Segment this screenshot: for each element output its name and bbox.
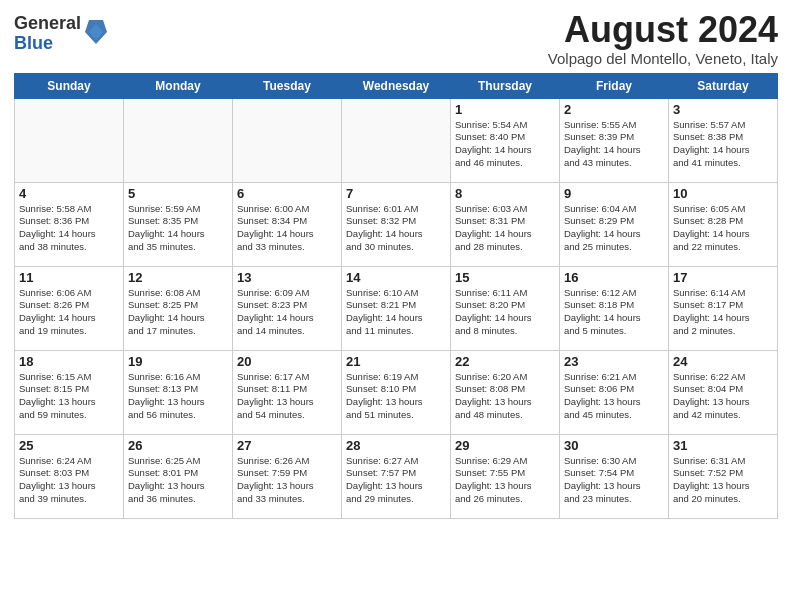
cal-cell: 4Sunrise: 5:58 AM Sunset: 8:36 PM Daylig…	[15, 182, 124, 266]
cal-cell: 21Sunrise: 6:19 AM Sunset: 8:10 PM Dayli…	[342, 350, 451, 434]
day-number: 9	[564, 186, 664, 201]
cal-cell: 19Sunrise: 6:16 AM Sunset: 8:13 PM Dayli…	[124, 350, 233, 434]
cell-info: Sunrise: 5:58 AM Sunset: 8:36 PM Dayligh…	[19, 203, 119, 254]
day-number: 27	[237, 438, 337, 453]
cal-cell: 14Sunrise: 6:10 AM Sunset: 8:21 PM Dayli…	[342, 266, 451, 350]
cal-cell: 25Sunrise: 6:24 AM Sunset: 8:03 PM Dayli…	[15, 434, 124, 518]
cell-info: Sunrise: 6:27 AM Sunset: 7:57 PM Dayligh…	[346, 455, 446, 506]
week-row-5: 25Sunrise: 6:24 AM Sunset: 8:03 PM Dayli…	[15, 434, 778, 518]
cal-cell	[233, 98, 342, 182]
cell-info: Sunrise: 6:09 AM Sunset: 8:23 PM Dayligh…	[237, 287, 337, 338]
day-number: 24	[673, 354, 773, 369]
cal-cell: 10Sunrise: 6:05 AM Sunset: 8:28 PM Dayli…	[669, 182, 778, 266]
cal-cell	[342, 98, 451, 182]
cell-info: Sunrise: 6:26 AM Sunset: 7:59 PM Dayligh…	[237, 455, 337, 506]
cal-cell: 30Sunrise: 6:30 AM Sunset: 7:54 PM Dayli…	[560, 434, 669, 518]
cal-cell: 18Sunrise: 6:15 AM Sunset: 8:15 PM Dayli…	[15, 350, 124, 434]
cell-info: Sunrise: 6:19 AM Sunset: 8:10 PM Dayligh…	[346, 371, 446, 422]
day-number: 26	[128, 438, 228, 453]
day-number: 23	[564, 354, 664, 369]
cal-cell	[15, 98, 124, 182]
week-row-4: 18Sunrise: 6:15 AM Sunset: 8:15 PM Dayli…	[15, 350, 778, 434]
cal-cell: 26Sunrise: 6:25 AM Sunset: 8:01 PM Dayli…	[124, 434, 233, 518]
day-number: 8	[455, 186, 555, 201]
logo-blue: Blue	[14, 34, 81, 54]
cal-cell: 1Sunrise: 5:54 AM Sunset: 8:40 PM Daylig…	[451, 98, 560, 182]
cell-info: Sunrise: 5:54 AM Sunset: 8:40 PM Dayligh…	[455, 119, 555, 170]
day-number: 16	[564, 270, 664, 285]
cal-cell	[124, 98, 233, 182]
cell-info: Sunrise: 6:04 AM Sunset: 8:29 PM Dayligh…	[564, 203, 664, 254]
cal-cell: 6Sunrise: 6:00 AM Sunset: 8:34 PM Daylig…	[233, 182, 342, 266]
day-number: 11	[19, 270, 119, 285]
day-number: 7	[346, 186, 446, 201]
cell-info: Sunrise: 6:30 AM Sunset: 7:54 PM Dayligh…	[564, 455, 664, 506]
cal-cell: 13Sunrise: 6:09 AM Sunset: 8:23 PM Dayli…	[233, 266, 342, 350]
cal-cell: 22Sunrise: 6:20 AM Sunset: 8:08 PM Dayli…	[451, 350, 560, 434]
week-row-2: 4Sunrise: 5:58 AM Sunset: 8:36 PM Daylig…	[15, 182, 778, 266]
day-number: 30	[564, 438, 664, 453]
day-number: 17	[673, 270, 773, 285]
cell-info: Sunrise: 6:29 AM Sunset: 7:55 PM Dayligh…	[455, 455, 555, 506]
cell-info: Sunrise: 6:08 AM Sunset: 8:25 PM Dayligh…	[128, 287, 228, 338]
cal-cell: 31Sunrise: 6:31 AM Sunset: 7:52 PM Dayli…	[669, 434, 778, 518]
logo-text: General Blue	[14, 14, 81, 54]
cal-cell: 7Sunrise: 6:01 AM Sunset: 8:32 PM Daylig…	[342, 182, 451, 266]
cell-info: Sunrise: 5:57 AM Sunset: 8:38 PM Dayligh…	[673, 119, 773, 170]
day-number: 2	[564, 102, 664, 117]
header: General Blue August 2024 Volpago del Mon…	[14, 10, 778, 67]
day-number: 5	[128, 186, 228, 201]
title-area: August 2024 Volpago del Montello, Veneto…	[548, 10, 778, 67]
day-number: 14	[346, 270, 446, 285]
logo: General Blue	[14, 14, 107, 54]
day-number: 29	[455, 438, 555, 453]
cell-info: Sunrise: 6:31 AM Sunset: 7:52 PM Dayligh…	[673, 455, 773, 506]
cell-info: Sunrise: 6:05 AM Sunset: 8:28 PM Dayligh…	[673, 203, 773, 254]
cell-info: Sunrise: 6:17 AM Sunset: 8:11 PM Dayligh…	[237, 371, 337, 422]
day-header-friday: Friday	[560, 73, 669, 98]
day-header-tuesday: Tuesday	[233, 73, 342, 98]
day-header-sunday: Sunday	[15, 73, 124, 98]
cell-info: Sunrise: 6:06 AM Sunset: 8:26 PM Dayligh…	[19, 287, 119, 338]
cell-info: Sunrise: 6:15 AM Sunset: 8:15 PM Dayligh…	[19, 371, 119, 422]
cal-cell: 23Sunrise: 6:21 AM Sunset: 8:06 PM Dayli…	[560, 350, 669, 434]
day-number: 13	[237, 270, 337, 285]
cal-cell: 11Sunrise: 6:06 AM Sunset: 8:26 PM Dayli…	[15, 266, 124, 350]
cal-cell: 24Sunrise: 6:22 AM Sunset: 8:04 PM Dayli…	[669, 350, 778, 434]
day-number: 25	[19, 438, 119, 453]
cal-cell: 12Sunrise: 6:08 AM Sunset: 8:25 PM Dayli…	[124, 266, 233, 350]
cal-cell: 28Sunrise: 6:27 AM Sunset: 7:57 PM Dayli…	[342, 434, 451, 518]
day-number: 12	[128, 270, 228, 285]
logo-general: General	[14, 14, 81, 34]
day-number: 28	[346, 438, 446, 453]
cell-info: Sunrise: 6:22 AM Sunset: 8:04 PM Dayligh…	[673, 371, 773, 422]
page: General Blue August 2024 Volpago del Mon…	[0, 0, 792, 612]
day-number: 18	[19, 354, 119, 369]
cell-info: Sunrise: 6:10 AM Sunset: 8:21 PM Dayligh…	[346, 287, 446, 338]
cal-cell: 17Sunrise: 6:14 AM Sunset: 8:17 PM Dayli…	[669, 266, 778, 350]
cell-info: Sunrise: 6:16 AM Sunset: 8:13 PM Dayligh…	[128, 371, 228, 422]
day-number: 1	[455, 102, 555, 117]
day-header-monday: Monday	[124, 73, 233, 98]
cal-cell: 9Sunrise: 6:04 AM Sunset: 8:29 PM Daylig…	[560, 182, 669, 266]
day-header-thursday: Thursday	[451, 73, 560, 98]
cal-cell: 20Sunrise: 6:17 AM Sunset: 8:11 PM Dayli…	[233, 350, 342, 434]
cal-cell: 3Sunrise: 5:57 AM Sunset: 8:38 PM Daylig…	[669, 98, 778, 182]
day-number: 20	[237, 354, 337, 369]
cell-info: Sunrise: 5:55 AM Sunset: 8:39 PM Dayligh…	[564, 119, 664, 170]
cell-info: Sunrise: 6:03 AM Sunset: 8:31 PM Dayligh…	[455, 203, 555, 254]
day-number: 22	[455, 354, 555, 369]
day-number: 4	[19, 186, 119, 201]
calendar-table: SundayMondayTuesdayWednesdayThursdayFrid…	[14, 73, 778, 519]
day-header-wednesday: Wednesday	[342, 73, 451, 98]
day-number: 3	[673, 102, 773, 117]
cell-info: Sunrise: 6:25 AM Sunset: 8:01 PM Dayligh…	[128, 455, 228, 506]
cal-cell: 5Sunrise: 5:59 AM Sunset: 8:35 PM Daylig…	[124, 182, 233, 266]
cell-info: Sunrise: 6:20 AM Sunset: 8:08 PM Dayligh…	[455, 371, 555, 422]
subtitle: Volpago del Montello, Veneto, Italy	[548, 50, 778, 67]
day-number: 21	[346, 354, 446, 369]
day-number: 31	[673, 438, 773, 453]
day-number: 6	[237, 186, 337, 201]
day-number: 15	[455, 270, 555, 285]
logo-icon	[85, 18, 107, 46]
